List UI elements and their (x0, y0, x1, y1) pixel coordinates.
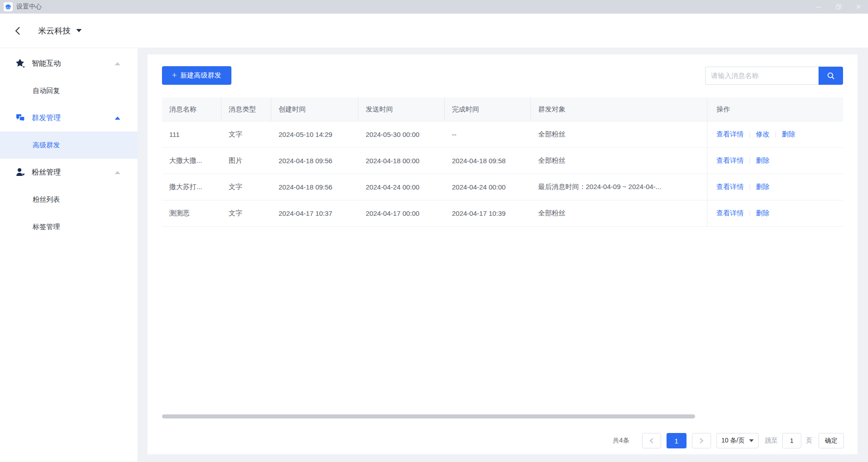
sidebar-item-fan-list[interactable]: 粉丝列表 (0, 186, 137, 213)
view-detail-link[interactable]: 查看详情 (716, 156, 744, 165)
table-header-row: 消息名称 消息类型 创建时间 发送时间 完成时间 群发对象 操作 (162, 97, 843, 122)
action-divider (750, 131, 750, 138)
confirm-button[interactable]: 确定 (819, 433, 844, 448)
new-mass-send-label: 新建高级群发 (181, 71, 221, 80)
delete-link[interactable]: 删除 (756, 156, 770, 165)
cell-type: 文字 (221, 183, 271, 191)
cell-target: 全部粉丝 (531, 130, 707, 139)
sidebar-item-auto-reply[interactable]: 自动回复 (0, 77, 137, 104)
company-dropdown-icon[interactable] (76, 29, 82, 32)
robot-icon (5, 4, 11, 10)
view-detail-link[interactable]: 查看详情 (716, 209, 744, 218)
jump-to-label: 跳至 (765, 437, 778, 445)
chat-bubbles-icon (15, 113, 25, 123)
close-icon[interactable] (855, 4, 862, 10)
action-divider (775, 131, 776, 138)
cell-created: 2024-04-17 10:37 (271, 209, 358, 217)
col-header-created: 创建时间 (271, 97, 358, 121)
sidebar-item-label: 粉丝列表 (33, 195, 60, 204)
mass-send-table: 消息名称 消息类型 创建时间 发送时间 完成时间 群发对象 操作 111 文字 … (162, 97, 843, 227)
sidebar-item-tag-management[interactable]: 标签管理 (0, 213, 137, 240)
table-row: 大撒大撒... 图片 2024-04-18 09:56 2024-04-18 0… (162, 148, 843, 174)
cell-created: 2024-04-18 09:56 (271, 183, 358, 191)
cell-name: 测测恶 (162, 209, 221, 218)
cell-sent: 2024-04-24 00:00 (358, 183, 445, 191)
horizontal-scrollbar[interactable] (162, 414, 695, 418)
back-button[interactable] (12, 25, 24, 37)
sidebar-group-label: 群发管理 (32, 113, 61, 123)
col-header-done: 完成时间 (445, 97, 531, 121)
sidebar-group-smart-interaction[interactable]: 智能互动 (0, 50, 137, 77)
chevron-left-icon (15, 26, 21, 35)
titlebar: 设置中心 (0, 0, 868, 14)
view-detail-link[interactable]: 查看详情 (716, 130, 744, 139)
cell-sent: 2024-04-18 00:00 (358, 157, 445, 165)
cell-done: -- (445, 131, 531, 138)
cell-type: 文字 (221, 209, 271, 218)
cell-type: 文字 (221, 130, 271, 139)
table-row: 111 文字 2024-05-10 14:29 2024-05-30 00:00… (162, 122, 843, 148)
jump-page-input[interactable] (782, 433, 801, 448)
page-unit-label: 页 (806, 437, 812, 445)
search-input[interactable] (705, 67, 819, 85)
restore-icon[interactable] (835, 4, 842, 10)
col-header-type: 消息类型 (221, 97, 271, 121)
delete-link[interactable]: 删除 (782, 130, 795, 139)
company-name[interactable]: 米云科技 (38, 25, 71, 36)
magnifier-icon (827, 72, 835, 80)
person-heart-icon (15, 167, 25, 177)
chevron-left-icon (649, 438, 654, 444)
cell-actions: 查看详情 删除 (707, 148, 843, 174)
spark-star-icon (15, 58, 25, 68)
next-page-button[interactable] (692, 433, 711, 448)
cell-target: 最后消息时间：2024-04-09 ~ 2024-04-... (531, 183, 707, 191)
prev-page-button[interactable] (642, 433, 661, 448)
sidebar-group-fans[interactable]: 粉丝管理 (0, 159, 137, 186)
sidebar-group-label: 智能互动 (32, 59, 61, 68)
cell-type: 图片 (221, 156, 271, 165)
cell-target: 全部粉丝 (531, 209, 707, 218)
cell-name: 大撒大撒... (162, 156, 221, 165)
total-count: 共4条 (613, 437, 629, 445)
page-size-select[interactable]: 10 条/页 (716, 433, 759, 448)
delete-link[interactable]: 删除 (756, 183, 770, 191)
edit-link[interactable]: 修改 (756, 130, 770, 139)
new-mass-send-button[interactable]: + 新建高级群发 (162, 66, 231, 85)
cell-created: 2024-04-18 09:56 (271, 157, 358, 165)
page-number-active[interactable]: 1 (667, 433, 687, 448)
window-title: 设置中心 (16, 3, 42, 11)
sidebar-item-label: 自动回复 (33, 87, 60, 95)
search-bar (705, 67, 843, 85)
collapse-arrow-icon[interactable] (115, 62, 120, 65)
delete-link[interactable]: 删除 (756, 209, 770, 218)
cell-done: 2024-04-17 10:39 (445, 209, 531, 217)
table-row: 撒大苏打... 文字 2024-04-18 09:56 2024-04-24 0… (162, 174, 843, 200)
cell-actions: 查看详情 删除 (707, 200, 843, 226)
page-header: 米云科技 (0, 14, 868, 48)
action-divider (750, 210, 750, 217)
action-divider (750, 158, 750, 164)
col-header-sent: 发送时间 (358, 97, 445, 121)
sidebar-group-mass-send[interactable]: 群发管理 (0, 104, 137, 131)
collapse-arrow-icon[interactable] (115, 117, 120, 120)
collapse-arrow-icon[interactable] (115, 171, 120, 174)
pagination: 共4条 1 10 条/页 跳至 页 确定 (613, 433, 844, 448)
cell-name: 撒大苏打... (162, 183, 221, 191)
toolbar: + 新建高级群发 (162, 54, 843, 85)
view-detail-link[interactable]: 查看详情 (716, 183, 744, 191)
chevron-right-icon (699, 438, 704, 444)
col-header-name: 消息名称 (162, 97, 221, 121)
cell-created: 2024-05-10 14:29 (271, 131, 358, 138)
col-header-target: 群发对象 (531, 105, 707, 114)
minimize-icon[interactable] (815, 4, 822, 10)
cell-done: 2024-04-24 00:00 (445, 183, 531, 191)
chevron-down-icon (749, 439, 754, 442)
cell-sent: 2024-05-30 00:00 (358, 131, 445, 138)
app-logo-icon (4, 2, 13, 11)
page-size-value: 10 条/页 (721, 437, 745, 445)
sidebar: 智能互动 自动回复 群发管理 高级群发 粉丝管理 (0, 48, 137, 462)
sidebar-item-advanced-mass-send[interactable]: 高级群发 (0, 131, 137, 159)
search-button[interactable] (819, 67, 843, 85)
cell-done: 2024-04-18 09:58 (445, 157, 531, 165)
cell-name: 111 (162, 131, 221, 138)
